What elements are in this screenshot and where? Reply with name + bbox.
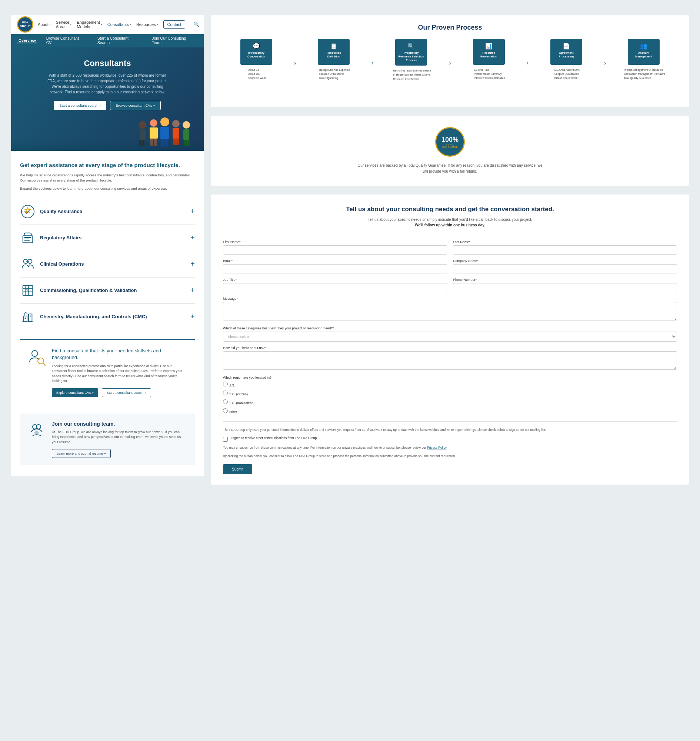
hero-search-button[interactable]: Start a consultant search » [54,101,106,110]
contact-button[interactable]: Contact [163,21,185,28]
explore-cvs-button[interactable]: Explore consultant CVs » [52,388,98,397]
last-name-group: Last Name* [453,240,677,255]
job-title-group: Job Title* [223,278,447,292]
search-icon[interactable]: 🔍 [193,22,199,27]
contact-form-section: Tell us about your consulting needs and … [211,194,689,485]
join-team-desc: At The FDA Group, we are always looking … [52,430,187,445]
logo[interactable]: FDA GROUP [17,16,33,32]
step-6-bullets: Project Management Of Resource Satisfact… [622,68,665,97]
nav-link-service-areas[interactable]: Service Areas ▾ [56,20,72,29]
service-expand-qa[interactable]: + [190,207,195,216]
contact-form-subtitle: Tell us about your specific needs or sim… [223,217,677,228]
join-team-section: Join our consulting team. At The FDA Gro… [20,414,195,466]
unsubscribe-text: You may unsubscribe from these communica… [223,445,677,450]
last-name-label: Last Name* [453,240,677,244]
region-eu-citizen[interactable]: E.U. (citizen) [223,390,677,396]
region-eu-non-citizen-radio[interactable] [223,399,228,404]
process-step-5: 📄 AgreementProcessing MSA And Addendums … [528,39,604,97]
email-input[interactable] [223,264,447,273]
category-label: Which of these categories best describes… [223,326,677,330]
how-heard-label: How did you hear about us?* [223,346,677,350]
step-5-icon: 📄 [563,43,570,50]
quality-guarantee-text: Our services are backed by a Total Quali… [357,163,543,174]
region-other-radio[interactable] [223,408,228,413]
message-input[interactable] [223,302,677,321]
privacy-policy-link[interactable]: Privacy Policy [427,446,446,449]
main-content: Get expert assistance at every stage of … [11,151,204,476]
svg-rect-35 [28,314,32,321]
category-group: Which of these categories best describes… [223,326,677,342]
step-4-bullets: CV And Rate Perfect Match Summary Interv… [473,68,505,97]
chevron-down-icon: ▾ [49,23,51,26]
step-1-label: IntroductoryConversation [247,51,265,59]
svg-point-8 [160,118,169,126]
job-title-label: Job Title* [223,278,447,281]
company-input[interactable] [453,264,677,273]
svg-rect-17 [183,129,189,140]
nav-link-about[interactable]: About ▾ [38,22,51,27]
hero-wave [11,140,204,151]
region-us-radio[interactable] [223,382,228,386]
service-name-cmc: Chemistry, Manufacturing, and Controls (… [40,314,147,320]
service-quality-assurance[interactable]: Quality Assurance + [20,199,195,225]
email-company-row: Email* Company Name* [223,259,677,273]
service-regulatory-affairs[interactable]: Regulatory Affairs + [20,225,195,251]
nav-link-engagement[interactable]: Engagement Models ▾ [76,20,102,29]
step-3-label: ProprietaryResource SelectionProcess [399,51,425,62]
svg-rect-9 [160,127,169,139]
category-select[interactable]: Please Select [223,331,677,342]
service-cmc[interactable]: Chemistry, Manufacturing, and Controls (… [20,304,195,330]
svg-rect-29 [23,285,33,295]
last-name-input[interactable] [453,245,677,255]
consent-text: By clicking the button below, you consen… [223,454,677,459]
hero-browse-button[interactable]: Browse consultant CVs » [110,101,160,110]
region-other[interactable]: Other [223,408,677,414]
phone-input[interactable] [453,283,677,292]
quality-badge: 100% TOTALGUARANTEE [435,127,465,157]
sub-nav-start-search[interactable]: Start a Consultant Search [96,36,143,46]
clinical-operations-icon [20,256,35,272]
process-step-3: 🔍 ProprietaryResource SelectionProcess R… [374,39,449,98]
regulatory-affairs-icon [20,230,35,246]
step-3-icon: 🔍 [407,43,415,50]
email-group: Email* [223,259,447,273]
step-3-bullets: Recruiting Team External Search In-House… [391,69,431,98]
sub-nav-join-team[interactable]: Join Our Consulting Team [150,36,198,46]
cmc-icon [20,309,35,324]
process-step-6: 👥 AccountManagement Project Management O… [606,39,681,97]
region-eu-non-citizen[interactable]: E.U. (non-citizen) [223,399,677,405]
region-eu-citizen-radio[interactable] [223,390,228,395]
join-team-icon [27,421,46,439]
submit-button[interactable]: Submit [223,464,252,474]
chevron-down-icon: ▾ [70,23,72,26]
service-expand-cmc[interactable]: + [190,312,195,321]
service-expand-co[interactable]: + [190,260,195,268]
join-team-button[interactable]: Learn more and submit resume » [52,449,111,458]
region-us[interactable]: U.S. [223,382,677,387]
job-phone-row: Job Title* Phone Number* [223,278,677,292]
service-expand-ra[interactable]: + [190,233,195,242]
sub-nav-overview[interactable]: Overview [17,38,37,43]
communications-checkbox-row: I agree to receive other communications … [223,436,677,442]
how-heard-input[interactable] [223,351,677,370]
process-step-2: 📋 ResourcesDefinition Background And Exp… [296,39,372,97]
lifecycle-desc1: We help life science organizations rapid… [20,173,195,183]
sub-nav: Overview Browse Consultant CVs Start a C… [11,34,204,47]
sub-nav-browse-cvs[interactable]: Browse Consultant CVs [45,36,88,46]
nav-link-consultants[interactable]: Consultants ▾ [107,22,131,27]
svg-rect-22 [25,237,31,238]
start-search-button[interactable]: Start a consultant search » [102,388,151,397]
message-group: Message* [223,297,677,322]
service-cqv[interactable]: Commissioning, Qualification & Validatio… [20,277,195,304]
service-clinical-operations[interactable]: Clinical Operations + [20,251,195,277]
service-name-cqv: Commissioning, Qualification & Validatio… [40,287,137,293]
hero-section: Consultants With a staff of 2,500 resour… [11,47,204,151]
process-step-4: 📊 ResourcePresentation CV And Rate Perfe… [451,39,526,97]
job-title-input[interactable] [223,283,447,292]
lifecycle-title: Get expert assistance at every stage of … [20,161,195,169]
nav-link-resources[interactable]: Resources ▾ [136,22,158,27]
first-name-input[interactable] [223,245,447,255]
communications-checkbox[interactable] [223,437,228,442]
service-expand-cqv[interactable]: + [190,286,195,295]
proven-process-section: Our Proven Process 💬 IntroductoryConvers… [211,15,689,107]
